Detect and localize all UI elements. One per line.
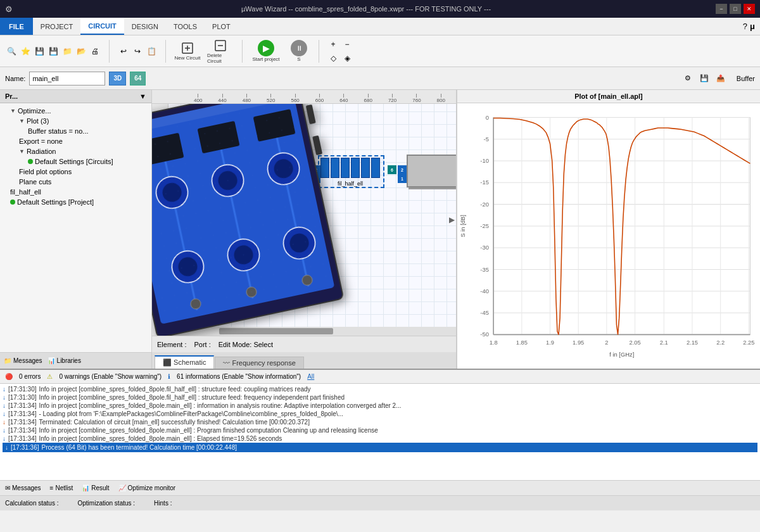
tree-item-optimize[interactable]: ▼ Optimize... (0, 106, 151, 116)
simulate-icon: ⏸ (291, 40, 307, 56)
btn-3d[interactable]: 3D (109, 72, 126, 86)
delete-circuit-button[interactable]: Delete Circuit (206, 38, 234, 65)
port1-label: Port 1 (210, 185, 225, 191)
menu-file[interactable]: FILE (0, 18, 33, 35)
tab-optimize[interactable]: 📈 Optimize monitor (118, 484, 176, 491)
menu-design[interactable]: DESIGN (124, 18, 166, 35)
filter-unit[interactable] (371, 158, 380, 178)
tree-item-default-circuits[interactable]: Default Settings [Circuits] (0, 156, 151, 167)
toolbar-icon-star[interactable]: ⭐ (19, 45, 32, 58)
fil-half-ell-group[interactable]: fil_half_ell (320, 158, 380, 178)
filter-unit[interactable] (341, 158, 350, 178)
wg0-element[interactable]: wg0 (251, 155, 301, 187)
toolbar-icon-save2[interactable]: 💾 (47, 45, 60, 58)
save-icon[interactable]: 💾 (700, 74, 709, 82)
tree-item-plot[interactable]: ▼ Plot (3) (0, 116, 151, 126)
tree-label: Default Settings [Project] (17, 198, 94, 206)
svg-text:1.85: 1.85 (516, 339, 528, 346)
menu-plot[interactable]: PLOT (205, 18, 238, 35)
filter-unit[interactable] (320, 158, 329, 178)
toolbar-icon-sub[interactable]: − (341, 38, 353, 51)
log-time: [17:31:34] (8, 410, 36, 417)
toolbar-icon-a2[interactable]: ◈ (341, 52, 353, 65)
v-ruler-mark: 1080 (152, 238, 167, 242)
toolbar-icon-s2[interactable]: 📂 (75, 45, 87, 58)
scroll-right-icon[interactable]: ▶ (449, 215, 455, 224)
result-icon: 📊 (82, 484, 89, 491)
new-circuit-button[interactable]: New Circuit (174, 38, 201, 65)
tree-item-buffer[interactable]: Buffer status = no... (0, 126, 151, 136)
log-line-2: ↓ [17:31:34] Info in project [combline_s… (3, 402, 757, 410)
filter-unit[interactable] (351, 158, 360, 178)
menu-circuit[interactable]: CIRCUIT (80, 18, 124, 35)
toolbar-icon-save[interactable]: 💾 (33, 45, 46, 58)
close-button[interactable]: ✕ (744, 4, 755, 14)
tab-frequency[interactable]: 〰 Frequency response (215, 357, 303, 369)
expand-icon: ▼ (19, 148, 25, 155)
settings-icon[interactable]: μ (750, 22, 755, 31)
expand-icon: ▼ (19, 118, 25, 124)
tree-item-radiation[interactable]: ▼ Radiation (0, 146, 151, 156)
tree-item-export[interactable]: Export = none (0, 136, 151, 146)
menu-tools[interactable]: TOOLS (166, 18, 205, 35)
tree-item-plane-cuts[interactable]: Plane cuts (0, 177, 151, 187)
tree-item-fil[interactable]: fil_half_ell (0, 187, 151, 197)
restore-button[interactable]: □ (730, 4, 741, 14)
start-project-button[interactable]: ▶ Start project (250, 38, 282, 65)
filter-unit[interactable] (331, 158, 339, 178)
log-time: [17:31:34] (8, 402, 36, 409)
ruler-mark: 720 (388, 94, 396, 103)
toolbar-icon-copy[interactable]: 📋 (145, 45, 158, 58)
log-line-0: ↓ [17:31:30] Info in project [combline_s… (3, 385, 757, 393)
node-box-6[interactable]: 6 (388, 165, 396, 174)
log-arrow: ↓ (3, 402, 6, 409)
tab-result[interactable]: 📊 Result (82, 484, 109, 491)
tab-libraries[interactable]: 📊 Libraries (48, 357, 81, 364)
svg-text:1.8: 1.8 (490, 339, 498, 346)
scrollbar-thumb[interactable] (219, 328, 333, 334)
all-label[interactable]: All (307, 373, 314, 380)
name-input[interactable] (29, 72, 105, 86)
save2-icon[interactable]: 📤 (716, 74, 725, 82)
warning-icon: ⚠ (47, 373, 53, 380)
node-box-2[interactable]: 2 (312, 165, 320, 174)
toolbar-icon-magnify[interactable]: 🔍 (5, 45, 18, 58)
filter-unit[interactable] (361, 158, 370, 178)
tree-label: fil_half_ell (10, 188, 41, 196)
port-1[interactable]: 1 Port 1 (206, 161, 228, 182)
svg-text:S in [dB]: S in [dB] (460, 215, 466, 237)
new-circuit-label: New Circuit (175, 55, 201, 61)
ruler-mark: 400 (194, 94, 202, 103)
delete-circuit-label: Delete Circuit (207, 53, 234, 64)
tab-schematic[interactable]: ⬛ Schematic (155, 355, 214, 369)
node-box-1[interactable]: 1 (312, 174, 320, 183)
wg1-element[interactable] (407, 155, 456, 187)
minimize-button[interactable]: − (716, 4, 727, 14)
svg-text:1.95: 1.95 (573, 339, 584, 346)
node-box[interactable]: 1 (232, 166, 241, 175)
toolbar-icon-undo[interactable]: ↩ (117, 45, 130, 58)
toolbar-icon-redo[interactable]: ↪ (131, 45, 144, 58)
tree-label: Export = none (19, 137, 63, 145)
tree-item-default-project[interactable]: Default Settings [Project] (0, 197, 151, 207)
tab-netlist[interactable]: ≡ Netlist (50, 484, 73, 491)
horizontal-scrollbar[interactable] (168, 327, 456, 336)
tree-label: Field plot options (19, 168, 72, 175)
toolbar-icon-a1[interactable]: ◇ (327, 52, 339, 65)
tab-project[interactable]: 📁 Messages (4, 357, 42, 364)
help-icon[interactable]: ? (743, 22, 747, 31)
panel-collapse-icon[interactable]: ▼ (139, 92, 146, 100)
status-bar: Calculation status : Optimization status… (0, 495, 760, 510)
node-box-3[interactable]: 3 (303, 165, 312, 174)
toolbar-icon-add[interactable]: + (327, 38, 339, 51)
menu-project[interactable]: PROJECT (33, 18, 80, 35)
toolbar-icon-s1[interactable]: 📁 (61, 45, 73, 58)
node-box-a2[interactable]: 2 (398, 165, 407, 174)
tree-item-field-plot[interactable]: Field plot options (0, 167, 151, 177)
simulate-button[interactable]: ⏸ S (287, 38, 311, 65)
node-box-a1[interactable]: 1 (398, 174, 407, 183)
tab-messages[interactable]: ✉ Messages (5, 484, 41, 491)
ruler-mark: 480 (243, 94, 251, 103)
btn-64[interactable]: 64 (130, 72, 146, 86)
toolbar-icon-print[interactable]: 🖨 (89, 45, 101, 58)
